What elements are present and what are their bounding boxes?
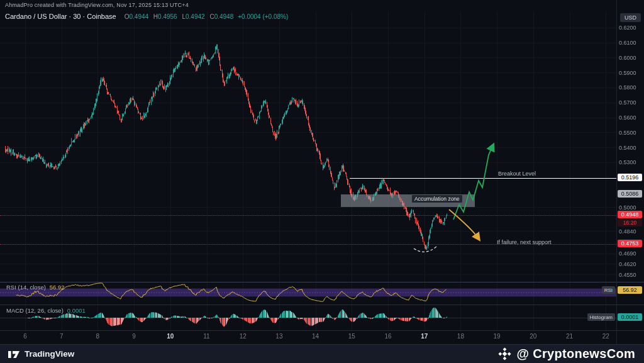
open-value: 0.4944 [129,13,148,20]
price-tick: 0.6100 [619,40,636,46]
price-tick: 0.5900 [619,70,636,76]
last-price-tag: 0.4948 [618,211,642,218]
histogram-value-tag: 0.0001 [618,313,642,321]
time-tick: 14 [312,333,319,340]
rsi-value-tag: 56.92 [618,286,642,294]
watermark-text: @ CryptonewsCom [517,347,635,361]
time-tick: 6 [23,333,27,340]
price-tick: 0.6200 [619,25,636,31]
breakout-level-label[interactable]: Breakout Level [498,170,536,177]
macd-title[interactable]: MACD (12, 26, close) [6,307,64,314]
time-tick: 8 [96,333,100,340]
currency-toggle-button[interactable]: USD [620,13,641,22]
price-tick: 0.5600 [619,114,636,121]
price-tick: 0.5500 [619,130,636,136]
tradingview-wordmark: TradingView [25,349,74,359]
price-tick: 0.5000 [619,204,636,211]
bottom-toolbar: TradingView @ CryptonewsCom [0,344,644,363]
close-label: C [209,13,214,20]
symbol-legend[interactable]: Cardano / US Dollar · 30 · Coinbase O0.4… [5,13,288,20]
time-tick: 16 [384,333,391,340]
attribution-text: AhmadPro created with TradingView.com, N… [5,2,189,8]
time-tick: 12 [240,333,247,340]
symbol-title[interactable]: Cardano / US Dollar · 30 · Coinbase [5,13,116,20]
pane-separator-main-rsi[interactable] [0,282,644,282]
time-tick: 20 [530,333,536,340]
diamond-logo-icon [497,347,512,361]
price-chart-canvas[interactable] [0,0,644,363]
histogram-scale-tag: Histogram [587,313,615,321]
time-tick: 15 [348,333,355,340]
rsi-value: 56.92 [50,284,65,291]
tradingview-logo[interactable]: TradingView [8,349,74,359]
support-price-tag: 0.4753 [618,240,642,247]
high-label: H [153,13,158,20]
rsi-legend[interactable]: RSI (14, close) 56.92 [6,284,65,291]
macd-value: 0.0001 [67,307,86,314]
high-value: 0.4956 [158,13,177,20]
rsi-scale-tag: RSI [602,286,615,294]
time-tick: 22 [602,333,609,340]
price-tick: 0.4690 [619,250,636,257]
price-tick: 0.5800 [619,84,636,91]
breakout-price-tag: 0.5196 [618,174,642,181]
time-tick: 18 [457,333,464,340]
channel-watermark: @ CryptonewsCom [497,347,635,361]
time-tick: 9 [132,333,136,340]
price-tick: 0.4840 [619,228,636,235]
pane-separator-axis [0,330,644,331]
macd-legend[interactable]: MACD (12, 26, close) 0.0001 [6,307,86,314]
breakout-level-line[interactable] [350,178,616,179]
price-tick: 0.6000 [619,55,636,61]
price-tick: 0.5700 [619,99,636,106]
time-tick: 19 [494,333,501,340]
price-tick: 0.5300 [619,159,636,165]
time-tick: 7 [60,333,64,340]
support-annotation-label[interactable]: If failure, next support [497,239,552,245]
tradingview-logo-icon [8,349,20,359]
low-value: 0.4942 [186,13,205,20]
time-tick: 13 [275,333,282,340]
accumulation-zone-label[interactable]: Accumulation zone [412,195,462,203]
pane-separator-rsi-macd[interactable] [0,304,644,305]
time-tick: 10 [167,333,174,340]
price-tick: 0.5400 [619,145,636,151]
last-price-line [0,215,616,216]
time-scale[interactable] [0,330,616,344]
zone-price-tag: 0.5086 [618,190,642,198]
close-value: 0.4948 [214,13,234,20]
time-tick: 11 [203,333,209,340]
bar-countdown-tag: 16:20 [618,219,642,226]
price-change: +0.0004 (+0.08%) [238,13,288,20]
price-scale-separator [616,0,617,344]
price-tick: 0.4620 [619,261,636,267]
price-tick: 0.4550 [619,272,636,278]
time-tick: 21 [566,333,573,340]
rsi-title[interactable]: RSI (14, close) [6,284,46,291]
tradingview-chart-window: AhmadPro created with TradingView.com, N… [0,0,644,363]
time-tick: 17 [421,333,428,340]
ohlc-readout: O0.4944 H0.4956 L0.4942 C0.4948 [121,13,234,20]
